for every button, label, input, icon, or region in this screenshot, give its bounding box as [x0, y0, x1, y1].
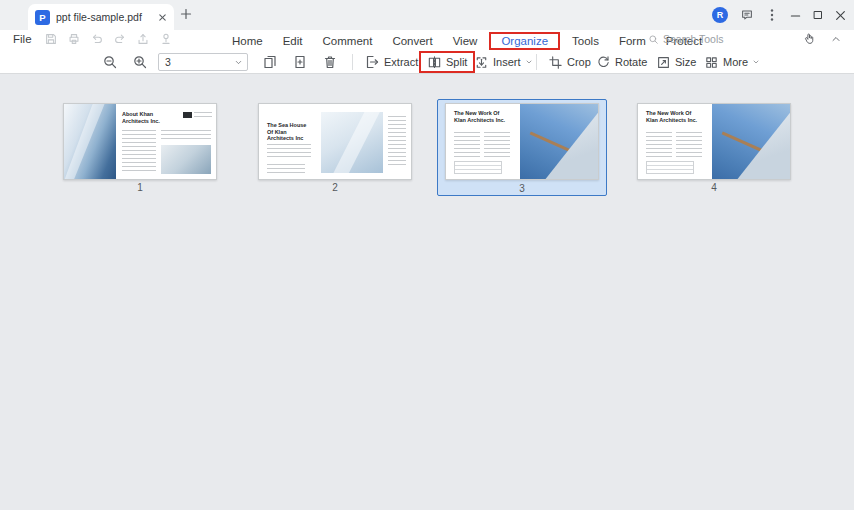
slide4-building-photo	[712, 104, 791, 180]
more-chevron-icon[interactable]	[752, 58, 760, 66]
slide3-building-photo	[520, 104, 599, 180]
more-grid-icon	[704, 55, 719, 70]
crop-button[interactable]: Crop	[548, 51, 591, 73]
search-tools-label: Search Tools	[663, 33, 724, 45]
slide1-header-lines	[194, 112, 212, 120]
extract-label: Extract	[384, 56, 418, 68]
page-thumbnail-4[interactable]: The New Work Of Klan Architects Inc.	[637, 103, 791, 180]
slide3-text-column	[484, 132, 510, 157]
slide1-logo-mark	[183, 112, 192, 118]
ribbon-tabs: Home Edit Comment Convert View Organize …	[222, 30, 712, 51]
page-number-select[interactable]	[158, 53, 248, 71]
split-icon	[427, 55, 442, 70]
page-number-input[interactable]	[159, 55, 227, 69]
menubar: File Home Edit Comment	[0, 30, 854, 51]
slide2-text-column	[267, 164, 305, 174]
tab-comment[interactable]: Comment	[313, 35, 383, 47]
search-tools[interactable]: Search Tools	[648, 33, 724, 45]
extract-button[interactable]: Extract	[364, 51, 418, 73]
menu-dots-icon[interactable]	[766, 8, 778, 22]
new-page-icon[interactable]	[292, 54, 308, 70]
split-highlight-box: Split	[419, 51, 475, 73]
maximize-button[interactable]	[813, 10, 823, 20]
tab-close-icon[interactable]	[158, 13, 167, 22]
slide2-text-column	[267, 144, 311, 160]
feedback-icon[interactable]	[740, 8, 754, 22]
insert-icon	[474, 55, 489, 70]
hand-tool-icon[interactable]	[803, 32, 816, 45]
rotate-icon	[596, 55, 611, 70]
pdf-editor-window: P ppt file-sample.pdf R	[0, 0, 854, 510]
print-icon[interactable]	[67, 32, 81, 46]
tab-convert[interactable]: Convert	[382, 35, 442, 47]
delete-page-icon[interactable]	[322, 54, 338, 70]
rotate-label: Rotate	[615, 56, 647, 68]
slide2-text-column	[388, 116, 406, 168]
selected-page-highlight: The New Work Of Klan Architects Inc. 3	[437, 99, 607, 196]
page-grid: About Khan Architects Inc. 1 The Sea Hou…	[0, 74, 854, 510]
more-button[interactable]: More	[704, 51, 760, 73]
crop-label: Crop	[567, 56, 591, 68]
slide4-text-column	[676, 132, 702, 157]
tab-edit[interactable]: Edit	[273, 35, 313, 47]
share-icon[interactable]	[136, 32, 150, 46]
page-number-label: 1	[63, 182, 217, 193]
extract-icon	[364, 54, 380, 70]
collapse-toolbar-icon[interactable]	[830, 33, 842, 45]
insert-label: Insert	[493, 56, 521, 68]
slide2-building-photo	[321, 112, 383, 173]
page-thumbnail-2[interactable]: The Sea House Of Klan Architects Inc	[258, 103, 412, 180]
chevron-down-icon[interactable]	[234, 58, 243, 67]
insert-chevron-icon[interactable]	[525, 58, 533, 66]
zoom-out-icon[interactable]	[102, 54, 118, 70]
page-number-label: 4	[637, 182, 791, 193]
close-button[interactable]	[835, 10, 846, 21]
slide2-title: The Sea House Of Klan Architects Inc	[267, 122, 313, 142]
zoom-in-icon[interactable]	[132, 54, 148, 70]
page-number-label: 2	[258, 182, 412, 193]
minimize-button[interactable]	[790, 10, 801, 21]
document-tab-title: ppt file-sample.pdf	[56, 11, 152, 23]
size-label: Size	[675, 56, 696, 68]
stamp-icon[interactable]	[159, 32, 173, 46]
crop-icon	[548, 55, 563, 70]
size-icon	[656, 55, 671, 70]
slide3-table	[454, 161, 502, 174]
slide1-secondary-photo	[161, 145, 211, 174]
document-tab[interactable]: P ppt file-sample.pdf	[28, 4, 174, 30]
titlebar: P ppt file-sample.pdf R	[0, 0, 854, 30]
search-icon	[648, 34, 659, 45]
slide1-text-column	[161, 130, 211, 141]
new-tab-button[interactable]	[180, 8, 192, 20]
slide4-table	[646, 161, 694, 174]
slide1-title: About Khan Architects Inc.	[122, 111, 180, 124]
account-avatar[interactable]: R	[712, 7, 728, 23]
app-logo-icon: P	[35, 10, 50, 25]
page-number-label: 3	[445, 183, 599, 194]
rotate-button[interactable]: Rotate	[596, 51, 647, 73]
copy-page-icon[interactable]	[262, 54, 278, 70]
undo-icon[interactable]	[90, 32, 104, 46]
split-button[interactable]: Split	[446, 56, 467, 68]
insert-button[interactable]: Insert	[474, 51, 533, 73]
save-icon[interactable]	[44, 32, 58, 46]
organize-toolbar: Extract Split Insert Crop	[0, 51, 854, 74]
file-menu[interactable]: File	[13, 33, 32, 45]
tab-organize[interactable]: Organize	[497, 35, 552, 47]
tab-tools[interactable]: Tools	[562, 35, 609, 47]
page-thumbnail-3[interactable]: The New Work Of Klan Architects Inc.	[445, 103, 599, 180]
organize-highlight-box: Organize	[489, 32, 560, 50]
redo-icon[interactable]	[113, 32, 127, 46]
slide4-title: The New Work Of Klan Architects Inc.	[646, 110, 702, 123]
page-thumbnail-1[interactable]: About Khan Architects Inc.	[63, 103, 217, 180]
tab-home[interactable]: Home	[222, 35, 273, 47]
tab-view[interactable]: View	[443, 35, 488, 47]
slide1-text-column	[122, 130, 156, 174]
slide3-title: The New Work Of Klan Architects Inc.	[454, 110, 510, 123]
size-button[interactable]: Size	[656, 51, 696, 73]
more-label: More	[723, 56, 748, 68]
slide4-text-column	[646, 132, 672, 157]
slide1-building-photo	[64, 104, 116, 180]
slide3-text-column	[454, 132, 480, 157]
